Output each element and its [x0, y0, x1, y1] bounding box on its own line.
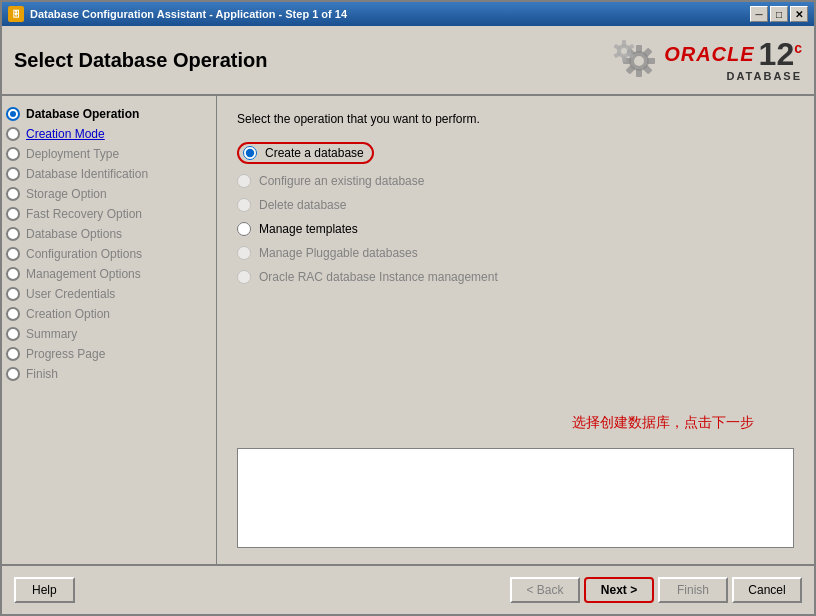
sidebar-label-finish: Finish [26, 367, 58, 381]
sidebar-dot-database-operation [6, 107, 20, 121]
radio-label-oracle-rac: Oracle RAC database Instance management [259, 270, 498, 284]
svg-point-11 [621, 48, 627, 54]
finish-button[interactable]: Finish [658, 577, 728, 603]
radio-label-configure-existing: Configure an existing database [259, 174, 424, 188]
sidebar-dot-fast-recovery-option [6, 207, 20, 221]
sidebar-dot-deployment-type [6, 147, 20, 161]
content-area: Select the operation that you want to pe… [217, 96, 814, 564]
minimize-button[interactable]: ─ [750, 6, 768, 22]
radio-highlight-create-db: Create a database [237, 142, 374, 164]
radio-label-create-db: Create a database [265, 146, 364, 160]
sidebar-item-management-options: Management Options [2, 264, 216, 284]
svg-rect-6 [636, 69, 642, 77]
radio-label-manage-templates: Manage templates [259, 222, 358, 236]
sidebar-item-configuration-options: Configuration Options [2, 244, 216, 264]
sidebar-label-database-operation: Database Operation [26, 107, 139, 121]
sidebar-dot-creation-mode [6, 127, 20, 141]
sidebar-dot-management-options [6, 267, 20, 281]
gear-icon [609, 33, 664, 88]
title-bar: 🗄 Database Configuration Assistant - App… [2, 2, 814, 26]
chinese-annotation: 选择创建数据库，点击下一步 [572, 414, 754, 432]
maximize-button[interactable]: □ [770, 6, 788, 22]
radio-input-manage-pluggable [237, 246, 251, 260]
radio-item-oracle-rac: Oracle RAC database Instance management [237, 270, 794, 284]
sidebar-dot-creation-option [6, 307, 20, 321]
radio-input-delete-db [237, 198, 251, 212]
operation-radio-group: Create a databaseConfigure an existing d… [237, 142, 794, 284]
radio-label-delete-db: Delete database [259, 198, 346, 212]
radio-input-create-db[interactable] [243, 146, 257, 160]
sidebar-item-finish: Finish [2, 364, 216, 384]
help-button[interactable]: Help [14, 577, 75, 603]
sidebar-dot-configuration-options [6, 247, 20, 261]
sidebar-dot-user-credentials [6, 287, 20, 301]
radio-item-delete-db: Delete database [237, 198, 794, 212]
sidebar-label-creation-option: Creation Option [26, 307, 110, 321]
sidebar-item-progress-page: Progress Page [2, 344, 216, 364]
oracle-branding: ORACLE 12c DATABASE [609, 33, 802, 88]
sidebar-item-storage-option: Storage Option [2, 184, 216, 204]
sidebar-item-database-operation[interactable]: Database Operation [2, 104, 216, 124]
sidebar-dot-storage-option [6, 187, 20, 201]
svg-rect-4 [647, 58, 655, 64]
sidebar-label-progress-page: Progress Page [26, 347, 105, 361]
sidebar-label-database-identification: Database Identification [26, 167, 148, 181]
next-button[interactable]: Next > [584, 577, 654, 603]
close-button[interactable]: ✕ [790, 6, 808, 22]
sidebar-label-management-options: Management Options [26, 267, 141, 281]
sidebar-label-deployment-type: Deployment Type [26, 147, 119, 161]
radio-input-oracle-rac [237, 270, 251, 284]
radio-item-manage-templates[interactable]: Manage templates [237, 222, 794, 236]
radio-item-manage-pluggable: Manage Pluggable databases [237, 246, 794, 260]
svg-point-1 [634, 56, 644, 66]
sidebar-item-creation-option: Creation Option [2, 304, 216, 324]
page-title: Select Database Operation [14, 49, 267, 72]
back-button[interactable]: < Back [510, 577, 580, 603]
sidebar: Database OperationCreation ModeDeploymen… [2, 96, 217, 564]
sidebar-label-creation-mode: Creation Mode [26, 127, 105, 141]
sidebar-label-summary: Summary [26, 327, 77, 341]
oracle-logo: ORACLE 12c DATABASE [664, 38, 802, 82]
sidebar-item-creation-mode[interactable]: Creation Mode [2, 124, 216, 144]
page-header: Select Database Operation [2, 26, 814, 96]
footer: Help < Back Next > Finish Cancel [2, 564, 814, 614]
sidebar-dot-database-identification [6, 167, 20, 181]
sidebar-dot-finish [6, 367, 20, 381]
sidebar-label-fast-recovery-option: Fast Recovery Option [26, 207, 142, 221]
sidebar-item-user-credentials: User Credentials [2, 284, 216, 304]
sidebar-dot-progress-page [6, 347, 20, 361]
window-title: Database Configuration Assistant - Appli… [30, 8, 750, 20]
sidebar-item-summary: Summary [2, 324, 216, 344]
sidebar-item-database-options: Database Options [2, 224, 216, 244]
sidebar-label-configuration-options: Configuration Options [26, 247, 142, 261]
navigation-buttons: < Back Next > Finish Cancel [510, 577, 802, 603]
svg-rect-2 [636, 45, 642, 53]
radio-item-create-db[interactable]: Create a database [237, 142, 794, 164]
sidebar-item-database-identification: Database Identification [2, 164, 216, 184]
radio-item-configure-existing: Configure an existing database [237, 174, 794, 188]
cancel-button[interactable]: Cancel [732, 577, 802, 603]
main-content: Database OperationCreation ModeDeploymen… [2, 96, 814, 564]
window-controls: ─ □ ✕ [750, 6, 808, 22]
svg-rect-12 [622, 40, 626, 46]
sidebar-label-storage-option: Storage Option [26, 187, 107, 201]
oracle-database-label: DATABASE [727, 70, 802, 82]
radio-input-manage-templates[interactable] [237, 222, 251, 236]
main-window: 🗄 Database Configuration Assistant - App… [0, 0, 816, 616]
sidebar-item-deployment-type: Deployment Type [2, 144, 216, 164]
radio-label-manage-pluggable: Manage Pluggable databases [259, 246, 418, 260]
sidebar-label-database-options: Database Options [26, 227, 122, 241]
instruction-text: Select the operation that you want to pe… [237, 112, 794, 126]
sidebar-item-fast-recovery-option: Fast Recovery Option [2, 204, 216, 224]
svg-rect-15 [622, 56, 626, 62]
app-icon: 🗄 [8, 6, 24, 22]
sidebar-dot-database-options [6, 227, 20, 241]
description-box [237, 448, 794, 548]
oracle-brand-text: ORACLE [664, 43, 754, 66]
sidebar-dot-summary [6, 327, 20, 341]
oracle-version-number: 12c [759, 38, 802, 70]
radio-input-configure-existing [237, 174, 251, 188]
sidebar-label-user-credentials: User Credentials [26, 287, 115, 301]
